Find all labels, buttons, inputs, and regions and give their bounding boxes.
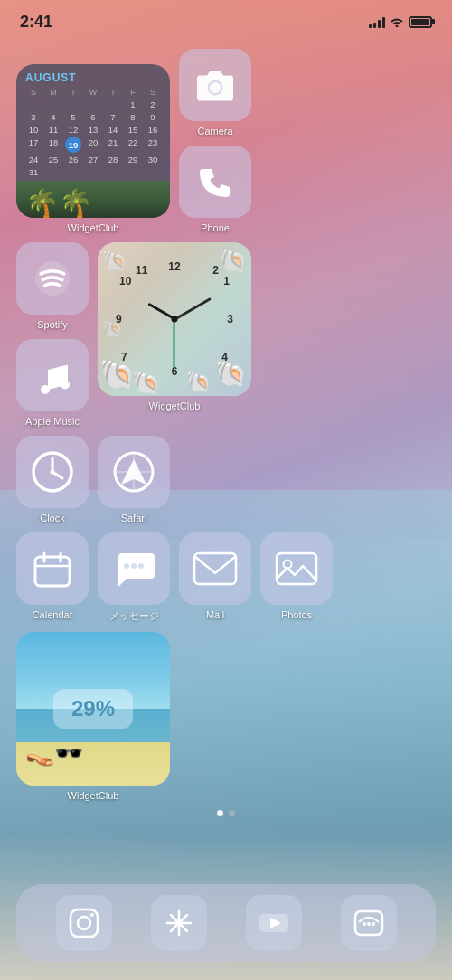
youtube-icon [257, 906, 291, 940]
mail-app-icon-bg [179, 532, 251, 605]
widget-club-calendar[interactable]: AUGUST SMTWTFS 12 3456789 10111213141516… [16, 64, 170, 218]
page-dot-1 [217, 810, 223, 816]
mail-app-icon [193, 551, 238, 586]
safari-icon-bg [98, 436, 170, 508]
beach-items: 👡🕶️ [25, 740, 83, 768]
calendar-app-icon-bg [16, 532, 89, 605]
svg-point-25 [90, 913, 94, 917]
beach-widget-wrapper: 👡🕶️ 29% WidgetClub [16, 632, 170, 801]
svg-rect-21 [277, 553, 316, 584]
cal-grid: SMTWTFS 12 3456789 10111213141516 171819… [16, 88, 170, 178]
messages-app[interactable]: メッセージ [98, 532, 170, 623]
music-note-icon [34, 355, 71, 395]
apple-music-icon-bg [16, 339, 89, 411]
num-1: 1 [223, 275, 230, 287]
mail-app[interactable]: Mail [179, 532, 251, 620]
beach-widget-label: WidgetClub [68, 790, 119, 801]
camera-icon-bg [179, 49, 251, 121]
camera-phone-group: Camera Phone [179, 49, 251, 233]
phone-icon-bg [179, 146, 251, 218]
photos-app-icon [275, 550, 318, 588]
line-icon [352, 906, 386, 940]
camera-app[interactable]: Camera [179, 49, 251, 137]
num-3: 3 [227, 313, 233, 325]
num-7: 7 [121, 351, 127, 363]
svg-rect-23 [71, 909, 98, 937]
num-12: 12 [168, 260, 180, 273]
svg-point-19 [138, 563, 144, 569]
svg-point-34 [367, 922, 371, 926]
cal-days-header: SMTWTFS [24, 88, 163, 97]
clock-app[interactable]: Clock [16, 436, 89, 523]
instagram-dock-icon[interactable] [56, 895, 112, 951]
youtube-dock-icon[interactable] [246, 895, 302, 951]
messages-app-icon-bg [98, 532, 170, 605]
phone-icon [197, 164, 233, 200]
num-4: 4 [221, 351, 228, 363]
spotify-label: Spotify [37, 319, 68, 330]
num-2: 2 [212, 264, 219, 277]
num-11: 11 [136, 264, 147, 277]
messages-label: メッセージ [109, 609, 159, 623]
home-grid: AUGUST SMTWTFS 12 3456789 10111213141516… [0, 40, 452, 801]
safari-app[interactable]: Safari [98, 436, 170, 523]
mail-label: Mail [206, 609, 224, 620]
photos-app-icon-bg [260, 532, 333, 605]
section-4: Calendar メッセージ [16, 532, 436, 623]
svg-rect-13 [35, 557, 70, 586]
camera-icon [195, 67, 235, 103]
camera-label: Camera [197, 126, 232, 137]
section-top: AUGUST SMTWTFS 12 3456789 10111213141516… [16, 49, 436, 233]
signal-icon [369, 15, 385, 28]
safari-label: Safari [121, 513, 147, 523]
clock-app-label: Clock [40, 513, 65, 523]
cal-days: 12 3456789 10111213141516 17181920212223… [24, 99, 163, 178]
clock-face-container: 12 1 3 4 6 7 9 10 11 2 [116, 260, 233, 378]
section-5: 👡🕶️ 29% WidgetClub [16, 632, 436, 801]
phone-label: Phone [201, 222, 230, 233]
clock-widget-wrapper: 🐚 🐚 🐚 🐚 🐚 🐚 🐚 12 1 3 4 [98, 242, 251, 411]
messages-app-icon [112, 548, 155, 589]
apple-music-label: Apple Music [25, 416, 80, 427]
beach-percent-box: 29% [53, 689, 133, 729]
status-bar: 2:41 [0, 0, 452, 40]
second-hand [174, 319, 175, 368]
calendar-app[interactable]: Calendar [16, 532, 89, 620]
photos-app[interactable]: Photos [260, 532, 333, 620]
section-2: Spotify Apple Music [16, 242, 436, 427]
phone-app[interactable]: Phone [179, 146, 251, 233]
safari-compass-icon [110, 448, 157, 495]
clock-app-icon-bg [16, 436, 89, 508]
svg-point-33 [363, 922, 366, 926]
svg-point-8 [51, 470, 55, 475]
num-9: 9 [116, 313, 122, 325]
battery-icon [409, 16, 432, 28]
svg-point-24 [78, 917, 90, 929]
calendar-label: Calendar [33, 609, 73, 620]
widget-calendar-label: WidgetClub [68, 222, 119, 233]
svg-point-17 [124, 563, 129, 569]
line-dock-icon[interactable] [341, 895, 397, 951]
minute-hand [174, 297, 211, 320]
widget-beach[interactable]: 👡🕶️ 29% [16, 632, 170, 786]
num-10: 10 [119, 275, 131, 287]
spotify-icon [32, 258, 73, 299]
svg-rect-20 [194, 553, 236, 584]
status-icons [369, 15, 432, 28]
apple-music-app[interactable]: Apple Music [16, 339, 89, 427]
wifi-icon [390, 16, 404, 27]
cal-palm-image [16, 181, 170, 218]
status-time: 2:41 [20, 13, 52, 32]
spotify-icon-bg [16, 242, 89, 315]
spotify-app[interactable]: Spotify [16, 242, 89, 330]
page-indicator [0, 810, 452, 816]
appstore-dock-icon[interactable] [151, 895, 207, 951]
svg-point-4 [61, 381, 70, 390]
appstore-icon [162, 906, 196, 940]
instagram-icon [67, 906, 101, 940]
cal-widget-wrapper: AUGUST SMTWTFS 12 3456789 10111213141516… [16, 64, 170, 233]
widget-clock[interactable]: 🐚 🐚 🐚 🐚 🐚 🐚 🐚 12 1 3 4 [98, 242, 251, 396]
photos-label: Photos [281, 609, 312, 620]
music-apps-group: Spotify Apple Music [16, 242, 89, 427]
svg-point-3 [41, 385, 50, 394]
